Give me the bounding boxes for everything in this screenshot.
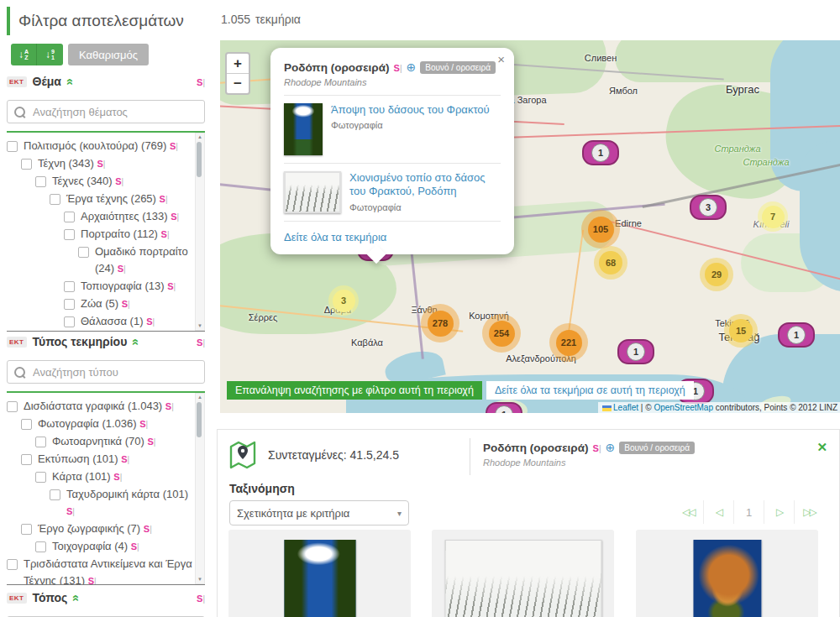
- filter-option[interactable]: Τοιχογραφία (4) S|: [7, 538, 205, 556]
- map-cluster-3[interactable]: 3: [328, 285, 359, 316]
- map[interactable]: СливенЯмболБургасСтара ЗагораХасковоСтра…: [220, 40, 840, 413]
- map-cluster-254[interactable]: 254: [482, 314, 521, 353]
- popup-result-item[interactable]: Χιονισμένο τοπίο στο δάσος του Φρακτού, …: [284, 171, 501, 213]
- see-all-items-link[interactable]: Δείτε όλα τα τεκμήρια: [284, 231, 386, 243]
- semantics-badge[interactable]: S|: [161, 227, 170, 240]
- checkbox[interactable]: [64, 281, 75, 292]
- result-thumbnail[interactable]: [693, 540, 761, 617]
- semantics-badge[interactable]: S|: [170, 139, 178, 152]
- filter-option[interactable]: Δισδιάστατα γραφικά (1.043) S|: [7, 398, 205, 416]
- filter-option[interactable]: Κάρτα (101) S|: [7, 468, 205, 486]
- map-cluster-221[interactable]: 221: [549, 323, 588, 362]
- checkbox[interactable]: [35, 176, 46, 187]
- collapse-icon[interactable]: «: [70, 594, 84, 601]
- semantics-badge[interactable]: S|: [167, 280, 176, 292]
- filter-option[interactable]: Πολιτισμός (κουλτούρα) (769) S|: [7, 138, 205, 155]
- map-cluster-1[interactable]: 1: [486, 402, 522, 413]
- checkbox[interactable]: [50, 489, 60, 500]
- semantics-badge[interactable]: S|: [146, 315, 155, 327]
- result-title-link[interactable]: Χιονισμένο τοπίο στο δάσος του Φρακτού, …: [349, 171, 501, 199]
- semantics-badge[interactable]: S|: [121, 452, 129, 465]
- filter-option[interactable]: Φωτοαρνητικά (70) S|: [7, 433, 205, 451]
- close-results-icon[interactable]: ✕: [816, 440, 827, 455]
- semantics-badge[interactable]: S|: [131, 540, 139, 552]
- filter-option[interactable]: Φωτογραφία (1.036) S|: [7, 416, 205, 433]
- repeat-search-region-button[interactable]: Επανάληψη αναζήτησης με φίλτρο αυτή τη π…: [227, 381, 482, 400]
- map-cluster-29[interactable]: 29: [700, 258, 733, 291]
- semantics-badge[interactable]: S|: [160, 192, 168, 205]
- filter-option[interactable]: Ταχυδρομική κάρτα (101) S|: [7, 486, 205, 520]
- checkbox[interactable]: [78, 247, 89, 258]
- checkbox[interactable]: [7, 401, 18, 412]
- checkbox[interactable]: [21, 454, 32, 465]
- filter-option[interactable]: Τρισδιάστατα Αντικείμενα και Έργα Τέχνης…: [7, 556, 205, 585]
- checkbox[interactable]: [64, 229, 75, 240]
- semantics-badge[interactable]: S|: [165, 400, 174, 412]
- checkbox[interactable]: [21, 524, 32, 535]
- sort-alphabetical-button[interactable]: ↓ AZ: [11, 44, 37, 65]
- filter-option[interactable]: Έργο ζωγραφικής (7) S|: [7, 520, 205, 538]
- globe-icon[interactable]: ⊕: [605, 442, 615, 453]
- scroll-down-icon[interactable]: ▼: [196, 576, 204, 583]
- checkbox[interactable]: [50, 194, 60, 205]
- map-cluster-3[interactable]: 3: [690, 195, 727, 220]
- semantics-badge[interactable]: S|: [197, 334, 205, 349]
- map-cluster-1[interactable]: 1: [778, 322, 815, 348]
- map-cluster-68[interactable]: 68: [594, 246, 627, 280]
- result-card[interactable]: [228, 530, 411, 617]
- map-cluster-1[interactable]: 1: [582, 140, 619, 165]
- sort-dropdown[interactable]: Σχετικότητα με κριτήρια ▾: [229, 500, 409, 525]
- search-input[interactable]: [31, 365, 204, 379]
- search-input[interactable]: [31, 105, 204, 119]
- semantics-badge[interactable]: S|: [118, 262, 126, 275]
- filter-option[interactable]: Έργα τέχνης (265) S|: [7, 191, 205, 208]
- last-page-button[interactable]: ▷▷: [794, 500, 824, 524]
- scrollbar[interactable]: ▲▼: [195, 133, 205, 331]
- checkbox[interactable]: [7, 141, 18, 152]
- semantics-badge[interactable]: S|: [197, 590, 205, 605]
- checkbox[interactable]: [35, 472, 46, 483]
- popup-result-item[interactable]: Άποψη του δάσους του Φρακτού Φωτογραφία: [284, 103, 501, 155]
- semantics-badge[interactable]: S|: [115, 175, 123, 187]
- semantics-badge[interactable]: S|: [66, 505, 75, 517]
- map-cluster-278[interactable]: 278: [421, 304, 459, 342]
- map-cluster-7[interactable]: 7: [758, 201, 788, 232]
- filter-option[interactable]: Αρχαιότητες (133) S|: [7, 208, 205, 226]
- openstreetmap-link[interactable]: OpenStreetMap: [654, 403, 713, 412]
- scroll-up-icon[interactable]: ▲: [196, 394, 204, 401]
- filter-option[interactable]: Θάλασσα (1) S|: [7, 313, 205, 331]
- semantics-badge[interactable]: S|: [88, 574, 97, 585]
- leaflet-link[interactable]: Leaflet: [613, 403, 638, 412]
- checkbox[interactable]: [64, 212, 75, 222]
- scrollbar-thumb[interactable]: [197, 142, 202, 177]
- zoom-in-button[interactable]: +: [227, 54, 249, 74]
- filter-option[interactable]: Ομαδικό πορτραίτο (24) S|: [7, 243, 205, 278]
- semantics-badge[interactable]: S|: [113, 470, 122, 483]
- map-cluster-1[interactable]: 1: [617, 339, 654, 364]
- clear-filters-button[interactable]: Καθαρισμός: [68, 44, 149, 65]
- filter-option[interactable]: Εκτύπωση (101) S|: [7, 451, 205, 468]
- filter-option[interactable]: Τέχνες (340) S|: [7, 173, 205, 191]
- scroll-down-icon[interactable]: ▼: [196, 322, 204, 330]
- first-page-button[interactable]: ◁◁: [674, 500, 703, 524]
- semantics-badge[interactable]: S|: [197, 74, 205, 89]
- collapse-icon[interactable]: «: [64, 78, 78, 85]
- zoom-out-button[interactable]: −: [227, 74, 249, 93]
- filter-option[interactable]: Είδη τέχνης (3) S|: [7, 331, 205, 332]
- checkbox[interactable]: [21, 419, 32, 430]
- semantics-badge[interactable]: S|: [147, 435, 155, 447]
- filter-option[interactable]: Πορτραίτο (112) S|: [7, 226, 205, 243]
- result-thumbnail[interactable]: [444, 540, 601, 617]
- checkbox[interactable]: [35, 541, 46, 552]
- collapse-icon[interactable]: «: [129, 338, 144, 345]
- filter-option[interactable]: Ζώα (5) S|: [7, 295, 205, 313]
- semantics-badge[interactable]: S|: [593, 440, 601, 455]
- result-card[interactable]: [432, 530, 614, 617]
- result-thumbnail[interactable]: [284, 540, 355, 617]
- popup-close-icon[interactable]: ×: [497, 52, 505, 66]
- semantics-badge[interactable]: S|: [171, 210, 179, 222]
- scroll-up-icon[interactable]: ▲: [196, 133, 204, 141]
- semantics-badge[interactable]: S|: [139, 417, 148, 430]
- checkbox[interactable]: [35, 437, 46, 447]
- checkbox[interactable]: [21, 159, 32, 170]
